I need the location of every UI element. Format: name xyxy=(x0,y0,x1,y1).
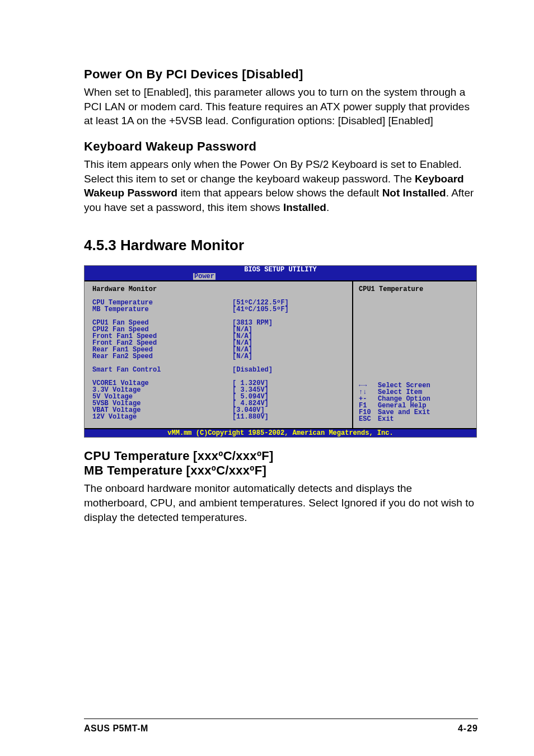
bios-copyright: vMM.mm (C)Copyright 1985-2002, American … xyxy=(85,429,476,437)
bios-title: BIOS SETUP UTILITY xyxy=(85,266,476,273)
text-fragment: This item appears only when the Power On… xyxy=(84,158,462,185)
heading-keyboard-wakeup: Keyboard Wakeup Password xyxy=(84,139,478,154)
heading-power-on-pci: Power On By PCI Devices [Disabled] xyxy=(84,67,478,82)
bios-screenshot: BIOS SETUP UTILITY Power Hardware Monito… xyxy=(84,265,477,438)
nav-text: Exit xyxy=(378,415,394,423)
bios-row-smart-fan[interactable]: Smart Fan Control[Disabled] xyxy=(92,367,346,373)
key-esc: ESC xyxy=(359,416,378,422)
bios-value: [Disabled] xyxy=(232,367,273,373)
bios-row-12v[interactable]: 12V Voltage[11.880V] xyxy=(92,414,346,420)
bios-label: Smart Fan Control xyxy=(92,367,232,373)
bios-value: [N/A] xyxy=(232,353,252,360)
footer-page-number: 4-29 xyxy=(458,724,478,734)
text-fragment: item that appears below shows the defaul… xyxy=(177,187,382,199)
nav-save-exit: F10Save and Exit xyxy=(359,409,471,416)
para-power-on-pci: When set to [Enabled], this parameter al… xyxy=(84,85,478,128)
bios-label: Rear Fan2 Speed xyxy=(92,353,232,360)
bios-tab-power[interactable]: Power xyxy=(193,273,216,280)
bold-not-installed: Not Installed xyxy=(382,187,446,199)
bios-label: MB Temperature xyxy=(92,306,232,313)
para-keyboard-wakeup: This item appears only when the Power On… xyxy=(84,157,478,215)
bios-right-pane: CPU1 Temperature ←→Select Screen ↑↓Selec… xyxy=(353,281,476,428)
bios-section-heading: Hardware Monitor xyxy=(92,286,346,293)
bios-nav-legend: ←→Select Screen ↑↓Select Item +-Change O… xyxy=(359,382,471,422)
nav-exit: ESCExit xyxy=(359,416,471,422)
bios-tab-row: Power xyxy=(85,273,476,280)
bios-help-text: CPU1 Temperature xyxy=(359,286,471,293)
heading-mb-temp: MB Temperature [xxxºC/xxxºF] xyxy=(84,463,478,478)
page-footer: ASUS P5MT-M 4-29 xyxy=(84,719,478,734)
bios-left-pane: Hardware Monitor CPU Temperature[51ºC/12… xyxy=(85,281,353,428)
bios-value: [41ºC/105.5ºF] xyxy=(232,306,289,313)
bios-label: 12V Voltage xyxy=(92,414,232,420)
heading-hardware-monitor: 4.5.3 Hardware Monitor xyxy=(84,237,478,254)
text-fragment: . xyxy=(326,201,329,213)
para-temperature: The onboard hardware monitor automatical… xyxy=(84,481,478,524)
bios-row-mb-temp[interactable]: MB Temperature[41ºC/105.5ºF] xyxy=(92,306,346,313)
bold-installed: Installed xyxy=(283,201,326,213)
bios-value: [11.880V] xyxy=(232,414,269,420)
footer-model: ASUS P5MT-M xyxy=(84,724,148,734)
bios-row-rear2-fan[interactable]: Rear Fan2 Speed[N/A] xyxy=(92,353,346,360)
heading-cpu-temp: CPU Temperature [xxxºC/xxxºF] xyxy=(84,449,478,463)
